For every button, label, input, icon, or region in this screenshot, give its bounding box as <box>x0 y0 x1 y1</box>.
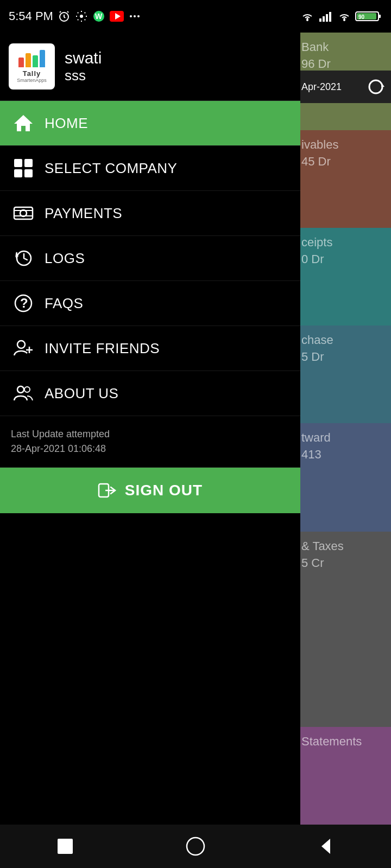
bg-panel-4: chase 5 Dr <box>296 326 391 423</box>
menu-label-faqs: FAQS <box>45 295 83 312</box>
bg-panel-8: Statements <box>296 727 391 835</box>
drawer-header: Tally SmartenApps swati sss <box>0 33 300 101</box>
menu-label-select-company: SELECT COMPANY <box>45 160 177 177</box>
sign-out-icon <box>98 481 117 500</box>
group-icon <box>11 383 36 404</box>
menu-item-about-us[interactable]: ABOUT US <box>0 371 300 416</box>
logo-tally-text: Tally <box>23 69 41 78</box>
menu-label-invite-friends: INVITE FRIENDS <box>45 340 160 357</box>
menu-label-home: HOME <box>45 115 88 132</box>
question-icon: ? <box>11 293 36 314</box>
back-button[interactable] <box>314 834 338 858</box>
update-timestamp: 28-Apr-2021 01:06:48 <box>11 442 289 456</box>
user-name: swati <box>65 49 102 67</box>
svg-rect-13 <box>329 12 331 22</box>
settings-icon <box>75 10 88 23</box>
date-badge: Apr-2021 <box>296 71 391 103</box>
svg-rect-21 <box>14 159 22 167</box>
home-icon <box>11 113 36 133</box>
svg-point-7 <box>134 15 136 17</box>
status-right: 90 <box>300 10 382 23</box>
refresh-icon[interactable] <box>366 77 386 97</box>
panel-3-text: ceipts 0 Dr <box>296 228 391 275</box>
company-name: sss <box>65 67 102 84</box>
person-add-icon <box>11 338 36 359</box>
sign-out-label: SIGN OUT <box>125 482 203 499</box>
status-bar: 5:54 PM W 90 <box>0 0 391 33</box>
svg-point-36 <box>17 386 24 393</box>
svg-rect-22 <box>24 159 33 167</box>
app-logo: Tally SmartenApps <box>9 43 55 90</box>
menu-item-faqs[interactable]: ? FAQS <box>0 281 300 326</box>
svg-point-41 <box>187 838 204 855</box>
navigation-bar <box>0 825 391 868</box>
date-text: Apr-2021 <box>301 81 342 93</box>
alarm-icon <box>58 10 71 23</box>
header-user-info: swati sss <box>65 49 102 84</box>
menu-item-home[interactable]: HOME <box>0 101 300 146</box>
svg-marker-20 <box>14 115 33 131</box>
cash-icon <box>11 203 36 224</box>
panel-5-text: tward 413 <box>296 423 391 470</box>
grid-icon <box>11 158 36 178</box>
svg-rect-10 <box>319 18 321 22</box>
svg-text:W: W <box>95 12 103 21</box>
logo-brand-text: SmartenApps <box>17 78 47 83</box>
panel-2-text: ivables 45 Dr <box>296 130 391 177</box>
menu-label-about-us: ABOUT US <box>45 385 118 402</box>
svg-point-6 <box>130 15 132 17</box>
svg-rect-40 <box>58 839 73 854</box>
svg-rect-12 <box>326 14 328 22</box>
time-display: 5:54 PM <box>9 9 53 23</box>
svg-rect-11 <box>323 16 325 22</box>
svg-point-1 <box>80 15 83 18</box>
sign-out-button[interactable]: SIGN OUT <box>0 468 300 513</box>
stop-button[interactable] <box>53 834 77 858</box>
bg-panel-6: & Taxes 5 Cr <box>296 532 391 629</box>
bg-panel-2: ivables 45 Dr <box>296 130 391 228</box>
svg-rect-16 <box>379 15 381 18</box>
whatsapp-icon: W <box>92 10 105 23</box>
panel-8-text: Statements <box>296 727 391 757</box>
svg-rect-25 <box>14 207 33 219</box>
history-icon <box>11 248 36 269</box>
svg-text:?: ? <box>20 296 28 310</box>
navigation-drawer: Tally SmartenApps swati sss HOME S <box>0 33 300 835</box>
menu-label-logs: LOGS <box>45 250 85 267</box>
wifi-icon <box>300 10 315 23</box>
update-info: Last Update attempted 28-Apr-2021 01:06:… <box>0 416 300 468</box>
svg-marker-42 <box>321 839 330 854</box>
menu-item-logs[interactable]: LOGS <box>0 236 300 281</box>
svg-point-9 <box>306 19 308 21</box>
bg-panel-5: tward 413 <box>296 423 391 532</box>
svg-point-33 <box>17 341 25 348</box>
menu-item-select-company[interactable]: SELECT COMPANY <box>0 146 300 191</box>
battery-icon: 90 <box>355 10 382 23</box>
more-icon <box>128 10 141 23</box>
wifi2-icon <box>337 10 352 23</box>
bg-panel-3: ceipts 0 Dr <box>296 228 391 326</box>
bg-panel-7 <box>296 629 391 727</box>
svg-rect-24 <box>24 169 33 177</box>
panel-6-text: & Taxes 5 Cr <box>296 532 391 578</box>
svg-rect-23 <box>14 169 22 177</box>
svg-point-8 <box>137 15 140 17</box>
menu-item-invite-friends[interactable]: INVITE FRIENDS <box>0 326 300 371</box>
youtube-icon <box>110 11 124 22</box>
svg-text:90: 90 <box>358 14 365 20</box>
home-button[interactable] <box>184 834 207 858</box>
svg-point-14 <box>343 19 345 21</box>
signal-icon <box>318 10 333 23</box>
panel-4-text: chase 5 Dr <box>296 326 391 372</box>
update-label: Last Update attempted <box>11 427 289 442</box>
menu-label-payments: PAYMENTS <box>45 205 122 222</box>
menu-item-payments[interactable]: PAYMENTS <box>0 191 300 236</box>
svg-point-37 <box>24 387 30 392</box>
